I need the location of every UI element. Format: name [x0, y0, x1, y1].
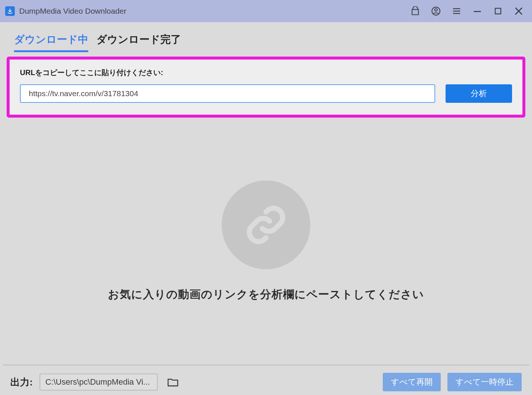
tabs: ダウンロード中 ダウンロード完了 — [3, 22, 529, 52]
url-row: 分析 — [20, 84, 512, 103]
open-folder-button[interactable] — [164, 374, 181, 391]
store-icon[interactable] — [407, 3, 423, 19]
app-title: DumpMedia Video Downloader — [19, 7, 126, 16]
empty-message: お気に入りの動画のリンクを分析欄にペーストしてください — [108, 287, 424, 302]
empty-state: お気に入りの動画のリンクを分析欄にペーストしてください — [3, 118, 529, 365]
footer: 出力: C:\Users\pc\DumpMedia Vi... すべて再開 すべ… — [3, 365, 529, 391]
pause-all-button[interactable]: すべて一時停止 — [447, 373, 522, 391]
url-input[interactable] — [20, 84, 435, 103]
maximize-button[interactable] — [490, 3, 506, 19]
account-icon[interactable] — [428, 3, 444, 19]
url-label: URLをコピーしてここに貼り付けください: — [20, 68, 512, 78]
title-bar: DumpMedia Video Downloader — [0, 0, 532, 22]
output-path[interactable]: C:\Users\pc\DumpMedia Vi... — [40, 374, 158, 391]
tab-downloading[interactable]: ダウンロード中 — [14, 33, 88, 52]
minimize-button[interactable] — [469, 3, 485, 19]
client-area: ダウンロード中 ダウンロード完了 URLをコピーしてここに貼り付けください: 分… — [0, 22, 532, 395]
analyze-button[interactable]: 分析 — [446, 84, 512, 103]
svg-rect-2 — [495, 8, 501, 14]
tab-completed[interactable]: ダウンロード完了 — [96, 33, 181, 52]
svg-point-1 — [435, 9, 437, 11]
resume-all-button[interactable]: すべて再開 — [383, 373, 441, 391]
url-panel: URLをコピーしてここに貼り付けください: 分析 — [7, 57, 525, 118]
menu-icon[interactable] — [449, 3, 465, 19]
link-icon — [222, 180, 310, 269]
output-label: 出力: — [10, 376, 33, 389]
close-button[interactable] — [511, 3, 527, 19]
app-logo-icon — [5, 6, 15, 16]
